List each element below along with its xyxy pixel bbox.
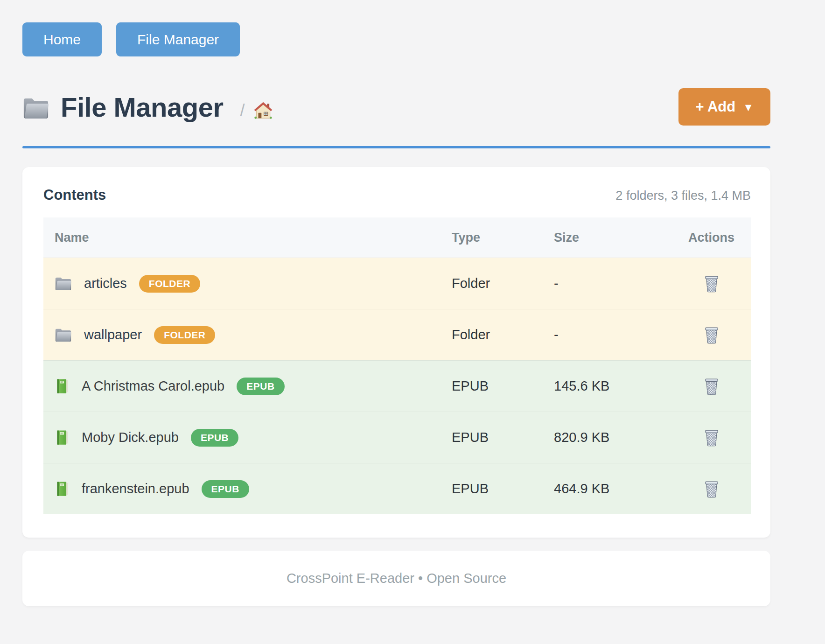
- trash-icon: [703, 428, 720, 447]
- title-group: File Manager /: [22, 91, 678, 123]
- header-divider: [22, 146, 770, 148]
- contents-card: Contents 2 folders, 3 files, 1.4 MB Name…: [22, 167, 770, 538]
- column-header-type: Type: [452, 231, 554, 245]
- column-header-name: Name: [43, 231, 452, 245]
- folder-icon: [22, 96, 49, 119]
- delete-button[interactable]: [703, 326, 720, 344]
- size-cell: -: [554, 327, 672, 343]
- contents-heading: Contents: [43, 187, 106, 203]
- file-name-link[interactable]: A Christmas Carol.epub: [82, 378, 224, 394]
- table-header-row: Name Type Size Actions: [43, 217, 751, 258]
- trash-icon: [703, 274, 720, 293]
- table-row: articles FOLDER Folder -: [43, 258, 751, 309]
- home-button[interactable]: Home: [22, 22, 102, 56]
- contents-card-header: Contents 2 folders, 3 files, 1.4 MB: [43, 187, 751, 203]
- breadcrumb: /: [240, 101, 273, 120]
- table-body: articles FOLDER Folder - wallpaper FOLDE…: [43, 258, 751, 514]
- file-name-link[interactable]: frankenstein.epub: [82, 481, 189, 497]
- name-cell: Moby Dick.epub EPUB: [43, 429, 452, 447]
- name-cell: frankenstein.epub EPUB: [43, 480, 452, 498]
- type-cell: Folder: [452, 327, 554, 343]
- type-badge: EPUB: [202, 480, 249, 498]
- trash-icon: [703, 377, 720, 396]
- contents-summary: 2 folders, 3 files, 1.4 MB: [615, 189, 751, 203]
- add-button-label: + Add: [695, 98, 735, 115]
- trash-icon: [703, 480, 720, 498]
- type-badge: FOLDER: [139, 275, 200, 293]
- table-row: A Christmas Carol.epub EPUB EPUB 145.6 K…: [43, 360, 751, 412]
- type-cell: EPUB: [452, 481, 554, 497]
- table-row: frankenstein.epub EPUB EPUB 464.9 KB: [43, 463, 751, 514]
- top-nav: Home File Manager: [22, 0, 770, 56]
- delete-button[interactable]: [703, 377, 720, 396]
- file-name-link[interactable]: wallpaper: [84, 327, 142, 343]
- file-manager-button[interactable]: File Manager: [116, 22, 240, 56]
- type-cell: EPUB: [452, 378, 554, 394]
- table-row: wallpaper FOLDER Folder -: [43, 309, 751, 360]
- size-cell: 820.9 KB: [554, 430, 672, 445]
- type-cell: EPUB: [452, 430, 554, 445]
- type-cell: Folder: [452, 276, 554, 291]
- column-header-size: Size: [554, 231, 672, 245]
- type-badge: EPUB: [237, 378, 284, 395]
- file-name-link[interactable]: articles: [84, 276, 127, 291]
- actions-cell: [672, 274, 751, 293]
- delete-button[interactable]: [703, 480, 720, 498]
- delete-button[interactable]: [703, 274, 720, 293]
- footer-text: CrossPoint E-Reader • Open Source: [287, 571, 506, 586]
- green-book-icon: [55, 430, 70, 445]
- page-container: Home File Manager File Manager / + Add ▼…: [22, 0, 770, 606]
- delete-button[interactable]: [703, 428, 720, 447]
- actions-cell: [672, 377, 751, 396]
- actions-cell: [672, 428, 751, 447]
- actions-cell: [672, 480, 751, 498]
- size-cell: -: [554, 276, 672, 291]
- trash-icon: [703, 326, 720, 344]
- house-icon[interactable]: [253, 101, 273, 120]
- type-badge: EPUB: [191, 429, 238, 447]
- folder-icon: [55, 276, 72, 291]
- size-cell: 464.9 KB: [554, 481, 672, 497]
- name-cell: articles FOLDER: [43, 275, 452, 293]
- green-book-icon: [55, 481, 70, 497]
- name-cell: A Christmas Carol.epub EPUB: [43, 378, 452, 395]
- type-badge: FOLDER: [154, 326, 215, 344]
- breadcrumb-separator: /: [240, 101, 245, 120]
- name-cell: wallpaper FOLDER: [43, 326, 452, 344]
- folder-icon: [55, 327, 72, 343]
- page-title: File Manager: [61, 91, 224, 123]
- add-button[interactable]: + Add ▼: [678, 88, 770, 126]
- page-header: File Manager / + Add ▼: [22, 88, 770, 126]
- size-cell: 145.6 KB: [554, 378, 672, 394]
- column-header-actions: Actions: [672, 231, 751, 245]
- file-table: Name Type Size Actions articles FOLDER F…: [43, 217, 751, 514]
- footer-card: CrossPoint E-Reader • Open Source: [22, 551, 770, 606]
- actions-cell: [672, 326, 751, 344]
- table-row: Moby Dick.epub EPUB EPUB 820.9 KB: [43, 412, 751, 463]
- green-book-icon: [55, 378, 70, 394]
- chevron-down-icon: ▼: [743, 100, 754, 114]
- file-name-link[interactable]: Moby Dick.epub: [82, 430, 179, 445]
